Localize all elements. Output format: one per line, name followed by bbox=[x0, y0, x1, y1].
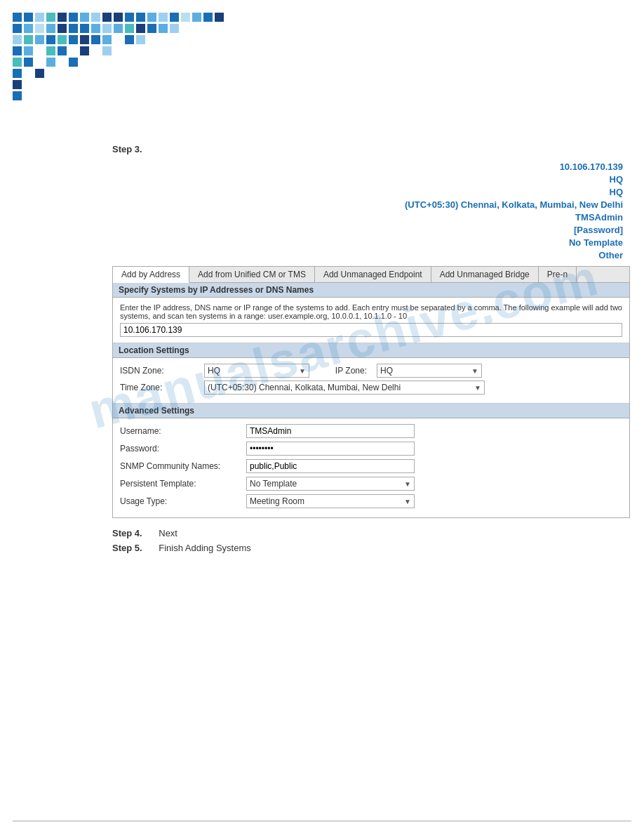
ip-zone-select-value: HQ bbox=[380, 366, 393, 376]
username-label: Username: bbox=[120, 426, 246, 436]
specify-description: Enter the IP address, DNS name or IP ran… bbox=[120, 303, 622, 320]
persistent-template-value: No Template bbox=[250, 479, 297, 489]
password-label: Password: bbox=[120, 444, 246, 454]
callout-password: [Password] bbox=[574, 225, 623, 235]
logo-mosaic bbox=[13, 13, 237, 135]
username-input[interactable] bbox=[246, 424, 415, 438]
persistent-template-row: Persistent Template: No Template ▼ bbox=[120, 477, 622, 491]
callout-username: TMSAdmin bbox=[575, 212, 623, 223]
ip-zone-select[interactable]: HQ ▼ bbox=[377, 364, 482, 378]
step5: Step 5. Finish Adding Systems bbox=[112, 543, 630, 553]
snmp-input[interactable] bbox=[246, 459, 415, 473]
usage-type-row: Usage Type: Meeting Room ▼ bbox=[120, 494, 622, 508]
isdn-zone-value: HQ ▼ IP Zone: HQ ▼ bbox=[204, 364, 622, 378]
usage-type-select[interactable]: Meeting Room ▼ bbox=[246, 494, 415, 508]
persistent-template-label: Persistent Template: bbox=[120, 479, 246, 489]
timezone-label: Time Zone: bbox=[120, 383, 204, 392]
callout-usage: Other bbox=[598, 250, 623, 260]
callout-template: No Template bbox=[569, 237, 623, 248]
snmp-label: SNMP Community Names: bbox=[120, 461, 246, 471]
step5-text: Finish Adding Systems bbox=[159, 543, 251, 553]
isdn-zone-label: ISDN Zone: bbox=[120, 366, 204, 376]
isdn-zone-row: ISDN Zone: HQ ▼ IP Zone: HQ ▼ bbox=[120, 364, 622, 378]
specify-input[interactable] bbox=[120, 323, 622, 337]
ip-zone-label: IP Zone: bbox=[315, 366, 371, 376]
usage-type-arrow: ▼ bbox=[404, 498, 411, 505]
step4-label: Step 4. bbox=[112, 528, 142, 538]
bottom-border bbox=[13, 821, 631, 821]
password-row: Password: bbox=[120, 442, 622, 456]
advanced-section: Username: Password: SNMP Community Names… bbox=[113, 418, 629, 517]
specify-section: Enter the IP address, DNS name or IP ran… bbox=[113, 298, 629, 343]
callout-ip-zone: HQ bbox=[610, 187, 624, 197]
location-section: ISDN Zone: HQ ▼ IP Zone: HQ ▼ Time Zone: bbox=[113, 358, 629, 404]
tab-add-from-unified-cm[interactable]: Add from Unified CM or TMS bbox=[189, 267, 315, 282]
timezone-value: (UTC+05:30) Chennai, Kolkata, Mumbai, Ne… bbox=[204, 380, 622, 395]
callout-timezone: (UTC+05:30) Chennai, Kolkata, Mumbai, Ne… bbox=[405, 199, 623, 210]
step5-label: Step 5. bbox=[112, 543, 142, 553]
timezone-select[interactable]: (UTC+05:30) Chennai, Kolkata, Mumbai, Ne… bbox=[204, 380, 485, 395]
timezone-row: Time Zone: (UTC+05:30) Chennai, Kolkata,… bbox=[120, 380, 622, 395]
isdn-zone-select-arrow: ▼ bbox=[299, 367, 306, 375]
password-input[interactable] bbox=[246, 442, 415, 456]
usage-type-label: Usage Type: bbox=[120, 496, 246, 506]
ui-panel: Add by Address Add from Unified CM or TM… bbox=[112, 266, 630, 518]
usage-type-value: Meeting Room bbox=[250, 496, 304, 506]
tab-bar: Add by Address Add from Unified CM or TM… bbox=[113, 267, 629, 283]
username-row: Username: bbox=[120, 424, 622, 438]
ip-zone-select-arrow: ▼ bbox=[471, 367, 478, 375]
tab-add-unmanaged-bridge[interactable]: Add Unmanaged Bridge bbox=[431, 267, 539, 282]
step4: Step 4. Next bbox=[112, 528, 630, 538]
isdn-zone-select[interactable]: HQ ▼ bbox=[204, 364, 309, 378]
advanced-section-header: Advanced Settings bbox=[113, 404, 629, 418]
tab-pre-n[interactable]: Pre-n bbox=[539, 267, 577, 282]
persistent-template-select[interactable]: No Template ▼ bbox=[246, 477, 415, 491]
step4-text: Next bbox=[159, 528, 177, 538]
tab-add-unmanaged-endpoint[interactable]: Add Unmanaged Endpoint bbox=[315, 267, 431, 282]
callout-ip: 10.106.170.139 bbox=[560, 161, 623, 172]
timezone-select-arrow: ▼ bbox=[474, 384, 481, 392]
snmp-row: SNMP Community Names: bbox=[120, 459, 622, 473]
step3-label: Step 3. bbox=[112, 144, 630, 154]
specify-section-header: Specify Systems by IP Addresses or DNS N… bbox=[113, 283, 629, 298]
callout-isdn-zone: HQ bbox=[610, 174, 624, 185]
timezone-select-value: (UTC+05:30) Chennai, Kolkata, Mumbai, Ne… bbox=[208, 383, 401, 392]
location-section-header: Location Settings bbox=[113, 343, 629, 358]
tab-add-by-address[interactable]: Add by Address bbox=[113, 267, 189, 283]
persistent-template-arrow: ▼ bbox=[404, 480, 411, 488]
isdn-zone-select-value: HQ bbox=[208, 366, 220, 376]
